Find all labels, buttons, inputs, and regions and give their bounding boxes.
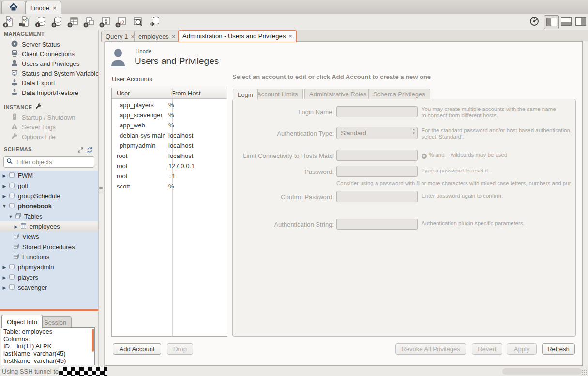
panel-splitter-accent[interactable]: [0, 309, 98, 311]
login-name-hint: You may create multiple accounts with th…: [422, 106, 556, 119]
tree-item-scavenger[interactable]: ▶ scavenger: [0, 282, 98, 293]
close-icon[interactable]: ×: [172, 33, 176, 40]
account-row[interactable]: app_web%: [112, 120, 227, 130]
schema-filter[interactable]: [3, 156, 94, 168]
schema-icon: [9, 192, 15, 200]
object-info-panel: Table: employees Columns: ID int(11) AI …: [1, 327, 95, 365]
tree-item-employees[interactable]: ▶ employees: [0, 221, 98, 232]
col-user[interactable]: User: [112, 90, 167, 97]
sidebar-item-users-privileges[interactable]: Users and Privileges: [0, 59, 98, 68]
new-sql-tab-icon[interactable]: SQL: [2, 15, 15, 29]
account-row[interactable]: root::1: [112, 171, 227, 181]
account-row[interactable]: phpmyadminlocalhost: [112, 141, 227, 151]
search-table-data-icon[interactable]: [131, 15, 144, 29]
drop-button[interactable]: Drop: [167, 343, 193, 355]
data-import-icon: [11, 88, 18, 97]
home-tab[interactable]: [1, 1, 26, 14]
create-view-icon[interactable]: [82, 15, 96, 29]
expand-arrow-icon[interactable]: ▶: [2, 173, 7, 178]
create-schema-icon[interactable]: [50, 15, 64, 29]
schemas-refresh-icon[interactable]: [87, 147, 93, 155]
limit-hosts-label: Limit Connectivity to Hosts Matcl: [232, 152, 334, 159]
refresh-button[interactable]: Refresh: [542, 343, 575, 355]
sidebar-item-server-status[interactable]: Server Status: [0, 39, 98, 49]
auth-type-hint: For the standard password and/or host ba…: [422, 127, 572, 140]
expand-arrow-icon[interactable]: ▶: [2, 285, 7, 290]
account-row[interactable]: app_players%: [112, 100, 227, 110]
sidebar-item-data-export[interactable]: Data Export: [0, 78, 98, 88]
account-row[interactable]: rootlocalhost: [112, 151, 227, 161]
collapse-arrow-icon[interactable]: ▼: [2, 204, 7, 209]
performance-dashboard-icon[interactable]: [529, 16, 540, 27]
confirm-password-label: Confirm Password:: [232, 193, 334, 201]
revert-button[interactable]: Revert: [472, 343, 502, 355]
tab-object-info[interactable]: Object Info: [1, 315, 43, 328]
tab-session[interactable]: Session: [39, 316, 72, 328]
right-scroll-strip[interactable]: [583, 42, 588, 366]
account-row[interactable]: root127.0.0.1: [112, 161, 227, 171]
tree-item-golf[interactable]: ▶ golf: [0, 181, 98, 191]
reconnect-dbms-icon[interactable]: [148, 15, 161, 29]
apply-button[interactable]: Apply: [507, 343, 537, 355]
sidebar-item-data-import[interactable]: Data Import/Restore: [0, 88, 98, 97]
create-function-icon[interactable]: ƒ(): [114, 15, 128, 29]
add-account-button[interactable]: Add Account: [113, 343, 161, 355]
sidebar-item-status-system-variables[interactable]: Status and System Variables: [0, 68, 98, 78]
account-row[interactable]: app_scavenger%: [112, 110, 227, 120]
close-icon[interactable]: ×: [288, 33, 292, 39]
tree-item-phonebook[interactable]: ▼ phonebook: [0, 201, 98, 211]
revoke-all-privileges-button[interactable]: Revoke All Privileges: [395, 343, 466, 355]
open-sql-script-icon[interactable]: SQL: [18, 15, 31, 29]
tree-item-functions[interactable]: Functions: [0, 252, 98, 262]
confirm-password-hint: Enter password again to confirm.: [422, 193, 503, 199]
tree-item-players[interactable]: ▶ players: [0, 272, 98, 282]
collapse-arrow-icon[interactable]: ▼: [8, 214, 13, 219]
tree-item-groupschedule[interactable]: ▶ groupSchedule: [0, 191, 98, 201]
tree-item-views[interactable]: Views: [0, 232, 98, 242]
user-accounts-list: User From Host app_players% app_scavenge…: [111, 88, 227, 337]
tree-item-fwm[interactable]: ▶ FWM: [0, 171, 98, 181]
close-icon[interactable]: ×: [53, 5, 57, 11]
password-note: Consider using a password with 8 or more…: [336, 180, 571, 187]
connection-tab-linode[interactable]: Linode ×: [26, 1, 61, 14]
tree-item-stored-procedures[interactable]: Stored Procedures: [0, 242, 98, 252]
tab-employees[interactable]: employees ×: [134, 31, 180, 42]
tree-item-phpmyadmin[interactable]: ▶ phpmyadmin: [0, 262, 98, 272]
inspect-database-icon[interactable]: i: [34, 15, 47, 29]
sidebar-splitter[interactable]: [98, 30, 105, 367]
expand-arrow-icon[interactable]: ▶: [2, 275, 7, 280]
toggle-right-sidebar-button[interactable]: [575, 16, 587, 27]
tab-query-1[interactable]: Query 1 ×: [101, 31, 139, 42]
create-table-icon[interactable]: [66, 15, 80, 29]
instance-section-title: INSTANCE: [4, 104, 32, 110]
schema-filter-input[interactable]: [15, 158, 103, 166]
schema-icon: [9, 274, 15, 282]
object-info-scrollbar[interactable]: [92, 329, 94, 352]
expand-arrow-icon[interactable]: ▶: [2, 265, 7, 270]
auth-string-label: Authentication String:: [232, 221, 334, 228]
toggle-left-sidebar-button[interactable]: [544, 15, 559, 29]
password-label: Password:: [232, 168, 334, 175]
account-row[interactable]: scott%: [112, 181, 227, 191]
tab-administrative-roles[interactable]: Administrative Roles: [304, 89, 372, 99]
schemas-expand-icon[interactable]: [77, 147, 84, 155]
tab-administration-users-privileges[interactable]: Administration - Users and Privileges ×: [178, 30, 297, 42]
sidebar-item-client-connections[interactable]: Client Connections: [0, 49, 98, 59]
tab-schema-privileges[interactable]: Schema Privileges: [368, 89, 430, 99]
toggle-bottom-output-button[interactable]: [560, 16, 572, 27]
resize-grip[interactable]: [581, 369, 588, 376]
svg-text:SQL: SQL: [7, 19, 13, 22]
connection-tab-label: Linode: [30, 4, 49, 12]
splitter-grip[interactable]: [99, 187, 103, 190]
expand-arrow-icon[interactable]: ▶: [14, 224, 18, 229]
system-variables-icon: [11, 69, 18, 78]
expand-arrow-icon[interactable]: ▶: [2, 184, 7, 188]
tree-item-tables[interactable]: ▼ Tables: [0, 211, 98, 221]
create-procedure-icon[interactable]: [98, 15, 112, 29]
client-connections-icon: [11, 49, 18, 59]
account-row[interactable]: debian-sys-maintlocalhost: [112, 130, 227, 141]
tab-account-limits[interactable]: Account Limits: [252, 89, 303, 99]
tab-login[interactable]: Login: [233, 89, 258, 100]
views-folder-icon: [13, 233, 19, 241]
expand-arrow-icon[interactable]: ▶: [2, 194, 7, 199]
